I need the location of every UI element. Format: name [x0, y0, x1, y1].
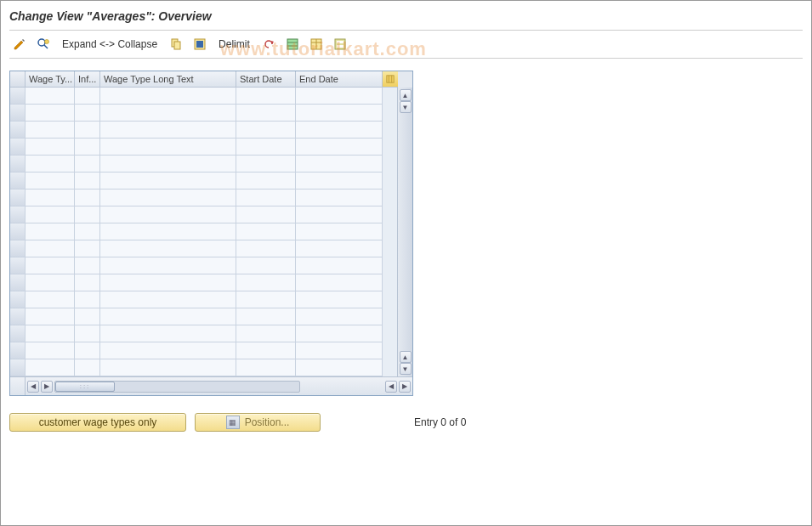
horizontal-scrollbar[interactable]: ◀ ▶ :::: [26, 381, 385, 393]
cell-end-date[interactable]: [296, 291, 383, 308]
table-row[interactable]: [10, 173, 397, 189]
row-selector[interactable]: [10, 274, 26, 291]
row-selector[interactable]: [10, 308, 26, 325]
scroll-right-end-icon[interactable]: ▶: [399, 381, 411, 393]
table-row[interactable]: [10, 274, 397, 291]
cell-wage-type[interactable]: [26, 223, 75, 240]
cell-wage-long[interactable]: [100, 257, 236, 274]
table-row[interactable]: [10, 156, 397, 173]
cell-end-date[interactable]: [296, 274, 383, 291]
delimit-button[interactable]: Delimit: [213, 38, 255, 50]
cell-end-date[interactable]: [296, 359, 383, 376]
cell-end-date[interactable]: [296, 240, 383, 257]
table-row[interactable]: [10, 206, 397, 223]
cell-wage-long[interactable]: [100, 342, 236, 359]
cell-wage-long[interactable]: [100, 189, 236, 206]
cell-start-date[interactable]: [236, 189, 296, 206]
cell-wage-type[interactable]: [26, 88, 75, 105]
scroll-down2-icon[interactable]: ▼: [400, 363, 412, 375]
cell-wage-long[interactable]: [100, 240, 236, 257]
cell-wage-long[interactable]: [100, 139, 236, 156]
col-end-date[interactable]: End Date: [296, 71, 383, 88]
cell-end-date[interactable]: [296, 189, 383, 206]
cell-start-date[interactable]: [236, 88, 296, 105]
row-selector[interactable]: [10, 206, 26, 223]
cell-wage-type[interactable]: [26, 240, 75, 257]
cell-wage-long[interactable]: [100, 291, 236, 308]
cell-start-date[interactable]: [236, 291, 296, 308]
cell-wage-long[interactable]: [100, 88, 236, 105]
cell-wage-type[interactable]: [26, 139, 75, 156]
table-view-icon[interactable]: [306, 36, 327, 53]
hscroll-thumb[interactable]: :::: [55, 382, 115, 392]
cell-wage-long[interactable]: [100, 223, 236, 240]
cell-infotype[interactable]: [75, 206, 100, 223]
customer-wage-types-button[interactable]: customer wage types only: [9, 413, 186, 432]
row-selector[interactable]: [10, 173, 26, 189]
cell-infotype[interactable]: [75, 257, 100, 274]
cell-start-date[interactable]: [236, 223, 296, 240]
row-selector[interactable]: [10, 105, 26, 122]
cell-end-date[interactable]: [296, 88, 383, 105]
cell-end-date[interactable]: [296, 122, 383, 139]
cell-start-date[interactable]: [236, 325, 296, 342]
cell-infotype[interactable]: [75, 359, 100, 376]
cell-start-date[interactable]: [236, 342, 296, 359]
position-button[interactable]: ▦ Position...: [195, 413, 321, 432]
cell-wage-type[interactable]: [26, 189, 75, 206]
table-row[interactable]: [10, 189, 397, 206]
cell-infotype[interactable]: [75, 308, 100, 325]
cell-end-date[interactable]: [296, 105, 383, 122]
cell-wage-type[interactable]: [26, 156, 75, 173]
cell-start-date[interactable]: [236, 105, 296, 122]
cell-infotype[interactable]: [75, 291, 100, 308]
row-selector[interactable]: [10, 359, 26, 376]
scroll-up2-icon[interactable]: ▲: [400, 351, 412, 363]
table-row[interactable]: [10, 88, 397, 105]
scroll-left-end-icon[interactable]: ◀: [385, 381, 397, 393]
cell-start-date[interactable]: [236, 274, 296, 291]
col-wage-type[interactable]: Wage Ty...: [26, 71, 75, 88]
row-selector[interactable]: [10, 257, 26, 274]
table-row[interactable]: [10, 291, 397, 308]
cell-infotype[interactable]: [75, 325, 100, 342]
cell-end-date[interactable]: [296, 139, 383, 156]
cell-infotype[interactable]: [75, 173, 100, 189]
col-wage-long-text[interactable]: Wage Type Long Text: [100, 71, 236, 88]
cell-wage-long[interactable]: [100, 122, 236, 139]
cell-wage-long[interactable]: [100, 325, 236, 342]
row-selector[interactable]: [10, 342, 26, 359]
cell-infotype[interactable]: [75, 156, 100, 173]
cell-start-date[interactable]: [236, 308, 296, 325]
cell-wage-type[interactable]: [26, 122, 75, 139]
table-row[interactable]: [10, 122, 397, 139]
cell-infotype[interactable]: [75, 240, 100, 257]
select-all-icon[interactable]: [190, 36, 210, 53]
table-settings-icon[interactable]: [383, 71, 398, 88]
row-selector[interactable]: [10, 223, 26, 240]
cell-wage-type[interactable]: [26, 257, 75, 274]
cell-wage-type[interactable]: [26, 206, 75, 223]
cell-start-date[interactable]: [236, 173, 296, 189]
cell-infotype[interactable]: [75, 274, 100, 291]
cell-wage-long[interactable]: [100, 173, 236, 189]
cell-end-date[interactable]: [296, 156, 383, 173]
table-row[interactable]: [10, 257, 397, 274]
table-row[interactable]: [10, 105, 397, 122]
row-selector[interactable]: [10, 240, 26, 257]
cell-infotype[interactable]: [75, 88, 100, 105]
row-selector[interactable]: [10, 291, 26, 308]
expand-collapse-button[interactable]: Expand <-> Collapse: [57, 38, 162, 50]
cell-wage-type[interactable]: [26, 105, 75, 122]
row-selector[interactable]: [10, 122, 26, 139]
cell-start-date[interactable]: [236, 122, 296, 139]
cell-start-date[interactable]: [236, 156, 296, 173]
scroll-up-icon[interactable]: ▲: [400, 89, 412, 101]
cell-end-date[interactable]: [296, 206, 383, 223]
row-selector[interactable]: [10, 325, 26, 342]
toggle-edit-icon[interactable]: [9, 36, 30, 53]
cell-start-date[interactable]: [236, 257, 296, 274]
cell-wage-type[interactable]: [26, 342, 75, 359]
cell-wage-long[interactable]: [100, 274, 236, 291]
cell-end-date[interactable]: [296, 223, 383, 240]
